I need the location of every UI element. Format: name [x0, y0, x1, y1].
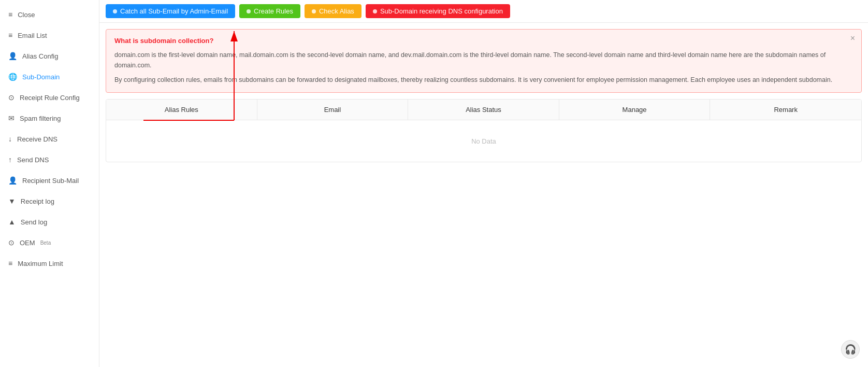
- receive-dns-icon: ↓: [8, 135, 12, 143]
- check-alias-label: Check Alias: [319, 7, 354, 15]
- sidebar-item-receipt-log[interactable]: ▼Receipt log: [0, 191, 99, 211]
- sidebar-item-sub-domain[interactable]: 🌐Sub-Domain: [0, 66, 99, 87]
- info-paragraph-2: By configuring collection rules, emails …: [114, 75, 853, 85]
- email-list-icon: ≡: [8, 31, 12, 39]
- alias-config-icon: 👤: [8, 52, 17, 60]
- sidebar-item-receipt-rule-config[interactable]: ⊙Receipt Rule Config: [0, 87, 99, 108]
- sidebar-label-close: Close: [18, 11, 35, 19]
- recipient-sub-mail-icon: 👤: [8, 176, 17, 185]
- sidebar-label-receive-dns: Receive DNS: [17, 135, 57, 143]
- sidebar-item-alias-config[interactable]: 👤Alias Config: [0, 46, 99, 66]
- sidebar-item-send-dns[interactable]: ↑Send DNS: [0, 149, 99, 170]
- sub-domain-dns-button[interactable]: Sub-Domain receiving DNS configuration: [366, 4, 510, 18]
- spam-filtering-icon: ✉: [8, 114, 15, 122]
- sidebar-item-receive-dns[interactable]: ↓Receive DNS: [0, 129, 99, 149]
- table-header-remark: Remark: [710, 100, 861, 120]
- sidebar-label-send-log: Send log: [21, 218, 47, 226]
- sidebar-label-oem: OEM: [20, 239, 35, 247]
- beta-badge: Beta: [40, 240, 51, 246]
- oem-icon: ⊙: [8, 238, 15, 247]
- check-alias-button[interactable]: Check Alias: [305, 4, 361, 18]
- close-info-button[interactable]: ×: [850, 34, 855, 43]
- sidebar-label-maximum-limit: Maximum Limit: [18, 260, 63, 267]
- table-header-manage: Manage: [559, 100, 711, 120]
- send-log-icon: ▲: [8, 218, 16, 226]
- receipt-log-icon: ▼: [8, 197, 16, 205]
- send-dns-icon: ↑: [8, 156, 12, 164]
- sub-domain-icon: 🌐: [8, 73, 17, 81]
- headset-icon: 🎧: [845, 344, 856, 355]
- create-rules-button[interactable]: Create Rules: [239, 4, 300, 18]
- info-paragraph-1: domain.com is the first-level domain nam…: [114, 50, 853, 70]
- sidebar-label-sub-domain: Sub-Domain: [22, 73, 60, 81]
- sidebar-label-email-list: Email List: [18, 32, 47, 39]
- sidebar-label-alias-config: Alias Config: [22, 52, 58, 60]
- table-header: Alias RulesEmailAlias StatusManageRemark: [106, 100, 861, 120]
- sidebar-item-send-log[interactable]: ▲Send log: [0, 211, 99, 232]
- sidebar-label-recipient-sub-mail: Recipient Sub-Mail: [22, 177, 79, 185]
- sidebar-item-recipient-sub-mail[interactable]: 👤Recipient Sub-Mail: [0, 170, 99, 191]
- main-content: Catch all Sub-Email by Admin-EmailCreate…: [99, 0, 868, 367]
- catch-all-dot-icon: [113, 9, 117, 13]
- data-table: Alias RulesEmailAlias StatusManageRemark…: [106, 99, 862, 162]
- sidebar-item-oem[interactable]: ⊙OEMBeta: [0, 232, 99, 253]
- info-panel: × What is subdomain collection? domain.c…: [106, 29, 862, 93]
- sidebar-item-spam-filtering[interactable]: ✉Spam filtering: [0, 108, 99, 129]
- sub-domain-dns-dot-icon: [373, 9, 377, 13]
- check-alias-dot-icon: [312, 9, 316, 13]
- receipt-rule-config-icon: ⊙: [8, 93, 15, 102]
- table-body: No Data: [106, 120, 861, 162]
- create-rules-label: Create Rules: [254, 7, 293, 15]
- no-data-text: No Data: [471, 137, 496, 145]
- sidebar-label-send-dns: Send DNS: [17, 156, 49, 164]
- sidebar-item-email-list[interactable]: ≡Email List: [0, 25, 99, 46]
- catch-all-button[interactable]: Catch all Sub-Email by Admin-Email: [106, 4, 235, 18]
- sidebar: ≡Close≡Email List👤Alias Config🌐Sub-Domai…: [0, 0, 99, 367]
- table-header-alias-status: Alias Status: [408, 100, 559, 120]
- support-button[interactable]: 🎧: [841, 340, 860, 359]
- sidebar-item-maximum-limit[interactable]: ≡Maximum Limit: [0, 253, 99, 274]
- maximum-limit-icon: ≡: [8, 259, 12, 267]
- sidebar-item-close[interactable]: ≡Close: [0, 4, 99, 25]
- info-title: What is subdomain collection?: [114, 37, 853, 45]
- close-icon: ≡: [8, 10, 12, 19]
- sidebar-label-receipt-log: Receipt log: [21, 197, 54, 205]
- sidebar-label-receipt-rule-config: Receipt Rule Config: [20, 94, 80, 102]
- table-header-email: Email: [257, 100, 409, 120]
- sidebar-label-spam-filtering: Spam filtering: [20, 115, 61, 122]
- toolbar: Catch all Sub-Email by Admin-EmailCreate…: [99, 0, 868, 23]
- sub-domain-dns-label: Sub-Domain receiving DNS configuration: [380, 7, 503, 15]
- create-rules-dot-icon: [247, 9, 251, 13]
- catch-all-label: Catch all Sub-Email by Admin-Email: [120, 7, 228, 15]
- table-header-alias-rules: Alias Rules: [106, 100, 257, 120]
